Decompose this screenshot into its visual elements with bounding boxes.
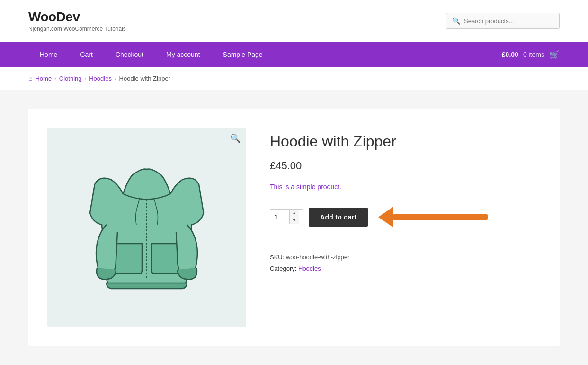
main-nav: Home Cart Checkout My account Sample Pag… xyxy=(0,42,588,67)
nav-link-myaccount[interactable]: My account xyxy=(155,42,212,67)
product-price: £45.00 xyxy=(270,160,541,172)
product-title: Hoodie with Zipper xyxy=(270,132,541,150)
nav-link-checkout[interactable]: Checkout xyxy=(104,42,155,67)
breadcrumb-current: Hoodie with Zipper xyxy=(119,75,170,82)
cart-basket-icon: 🛒 xyxy=(549,49,560,60)
category-link[interactable]: Hoodies xyxy=(298,265,321,272)
product-image xyxy=(85,156,208,298)
cart-count: 0 items xyxy=(523,51,544,58)
meta-sku: SKU: woo-hoodie-with-zipper xyxy=(270,252,541,264)
product-container: 🔍 xyxy=(28,109,560,346)
site-header: WooDev Njengah.com WooCommerce Tutorials… xyxy=(0,0,588,42)
breadcrumb-clothing[interactable]: Clothing xyxy=(59,75,82,82)
nav-item-myaccount[interactable]: My account xyxy=(155,42,212,67)
main-content: 🔍 xyxy=(0,90,588,365)
arrow-head xyxy=(378,207,393,228)
product-image-box: 🔍 xyxy=(47,128,246,327)
search-bar[interactable]: 🔍 xyxy=(446,13,560,29)
search-input[interactable] xyxy=(464,18,553,25)
breadcrumb-sep-3: › xyxy=(115,75,116,81)
nav-item-samplepage[interactable]: Sample Page xyxy=(212,42,274,67)
product-image-area: 🔍 xyxy=(47,128,246,327)
nav-link-home[interactable]: Home xyxy=(28,42,69,67)
breadcrumb: ⌂ Home › Clothing › Hoodies › Hoodie wit… xyxy=(0,67,588,90)
qty-spinners: ▲ ▼ xyxy=(289,210,299,224)
meta-category: Category: Hoodies xyxy=(270,263,541,275)
cart-amount: £0.00 xyxy=(502,51,518,58)
home-icon: ⌂ xyxy=(28,74,32,82)
product-description: This is a simple product. xyxy=(270,182,541,192)
quantity-input-wrap[interactable]: ▲ ▼ xyxy=(270,209,303,225)
cart-summary[interactable]: £0.00 0 items 🛒 xyxy=(502,49,560,60)
zoom-icon[interactable]: 🔍 xyxy=(230,133,241,144)
site-logo: WooDev Njengah.com WooCommerce Tutorials xyxy=(28,9,126,32)
product-info: Hoodie with Zipper £45.00 This is a simp… xyxy=(270,128,541,327)
logo-tagline: Njengah.com WooCommerce Tutorials xyxy=(28,26,126,32)
breadcrumb-home[interactable]: Home xyxy=(35,75,52,82)
nav-link-samplepage[interactable]: Sample Page xyxy=(212,42,274,67)
search-icon: 🔍 xyxy=(452,17,460,25)
nav-item-home[interactable]: Home xyxy=(28,42,69,67)
arrow-body xyxy=(393,214,488,220)
sku-value: woo-hoodie-with-zipper xyxy=(286,254,349,261)
add-to-cart-button[interactable]: Add to cart xyxy=(309,208,368,227)
logo-title: WooDev xyxy=(28,9,126,25)
product-meta: SKU: woo-hoodie-with-zipper Category: Ho… xyxy=(270,242,541,275)
quantity-input[interactable] xyxy=(270,210,289,225)
nav-item-checkout[interactable]: Checkout xyxy=(104,42,155,67)
nav-item-cart[interactable]: Cart xyxy=(69,42,104,67)
qty-down-button[interactable]: ▼ xyxy=(290,217,299,224)
sku-label: SKU: xyxy=(270,254,284,261)
add-to-cart-row: ▲ ▼ Add to cart xyxy=(270,207,541,228)
breadcrumb-sep-1: › xyxy=(54,75,56,81)
category-label: Category: xyxy=(270,265,296,272)
breadcrumb-hoodies[interactable]: Hoodies xyxy=(89,75,112,82)
nav-links: Home Cart Checkout My account Sample Pag… xyxy=(28,42,274,67)
arrow-annotation xyxy=(378,207,488,228)
breadcrumb-sep-2: › xyxy=(85,75,87,81)
qty-up-button[interactable]: ▲ xyxy=(290,210,299,217)
nav-link-cart[interactable]: Cart xyxy=(69,42,104,67)
